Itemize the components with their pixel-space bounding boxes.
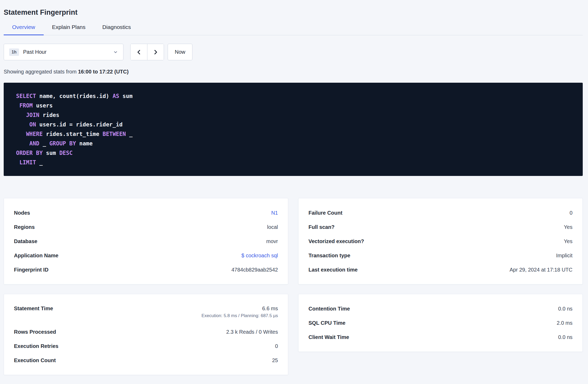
- sql-line: FROM users: [16, 101, 570, 110]
- summary-cards: Nodes N1 Regions local Database movr App…: [4, 198, 583, 375]
- statement-time-values: 6.6 ms Execution: 5.8 ms / Planning: 687…: [202, 306, 278, 318]
- stats-summary-prefix: Showing aggregated stats from: [4, 69, 78, 75]
- vectorized-execution-value: Yes: [564, 238, 572, 244]
- tab-explain-plans[interactable]: Explain Plans: [44, 24, 94, 35]
- row-nodes: Nodes N1: [4, 206, 288, 220]
- chevron-left-icon: [136, 49, 142, 55]
- row-label: Statement Time: [14, 306, 53, 312]
- sql-statement-box: SELECT name, count(rides.id) AS sum FROM…: [4, 83, 583, 176]
- execution-attributes-card: Failure Count 0 Full scan? Yes Vectorize…: [298, 198, 583, 284]
- row-label: SQL CPU Time: [308, 320, 345, 326]
- transaction-type-value: Implicit: [556, 253, 572, 259]
- chevron-right-icon: [153, 49, 158, 55]
- tab-diagnostics[interactable]: Diagnostics: [94, 24, 139, 35]
- application-name-link[interactable]: $ cockroach sql: [241, 253, 278, 259]
- sql-line: ON users.id = rides.rider_id: [16, 120, 570, 129]
- tab-bar: Overview Explain Plans Diagnostics: [4, 24, 583, 35]
- row-label: Rows Processed: [14, 329, 56, 335]
- wait-times-card: Contention Time 0.0 ns SQL CPU Time 2.0 …: [298, 294, 583, 352]
- time-arrow-group: [130, 44, 164, 60]
- full-scan-value: Yes: [564, 224, 572, 230]
- row-database: Database movr: [4, 234, 288, 248]
- row-label: Transaction type: [308, 253, 350, 259]
- row-execution-count: Execution Count 25: [4, 353, 288, 367]
- last-execution-time-value: Apr 29, 2024 at 17:18 UTC: [510, 267, 572, 273]
- execution-count-value: 25: [272, 357, 278, 363]
- chevron-down-icon: [113, 50, 118, 55]
- sql-line: JOIN rides: [16, 110, 570, 120]
- row-statement-time: Statement Time 6.6 ms Execution: 5.8 ms …: [4, 302, 288, 325]
- row-rows-processed: Rows Processed 2.3 k Reads / 0 Writes: [4, 325, 288, 339]
- row-label: Nodes: [14, 210, 30, 216]
- row-vectorized-execution: Vectorized execution? Yes: [298, 234, 582, 248]
- rows-processed-value: 2.3 k Reads / 0 Writes: [226, 329, 278, 335]
- row-label: Database: [14, 238, 37, 244]
- sql-line: WHERE rides.start_time BETWEEN _: [16, 129, 570, 139]
- database-value: movr: [266, 238, 278, 244]
- row-fingerprint-id: Fingerprint ID 4784cb829aab2542: [4, 263, 288, 277]
- sql-line: SELECT name, count(rides.id) AS sum: [16, 91, 570, 101]
- row-sql-cpu-time: SQL CPU Time 2.0 ms: [298, 316, 582, 330]
- statement-time-detail: Execution: 5.8 ms / Planning: 687.5 µs: [202, 313, 278, 318]
- row-label: Fingerprint ID: [14, 267, 48, 273]
- row-full-scan: Full scan? Yes: [298, 220, 582, 234]
- row-label: Execution Retries: [14, 343, 58, 349]
- next-time-button[interactable]: [147, 44, 164, 60]
- contention-time-value: 0.0 ns: [558, 306, 572, 312]
- nodes-link[interactable]: N1: [271, 210, 278, 216]
- page-title: Statement Fingerprint: [4, 8, 583, 17]
- regions-value: local: [267, 224, 278, 230]
- tab-overview[interactable]: Overview: [4, 24, 44, 35]
- execution-retries-value: 0: [275, 343, 278, 349]
- fingerprint-id-value: 4784cb829aab2542: [231, 267, 278, 273]
- row-regions: Regions local: [4, 220, 288, 234]
- prev-time-button[interactable]: [131, 44, 147, 60]
- stats-summary-range: 16:00 to 17:22 (UTC): [78, 69, 128, 75]
- time-controls: 1h Past Hour Now: [4, 44, 583, 60]
- sql-line: ORDER BY sum DESC: [16, 148, 570, 158]
- row-label: Contention Time: [308, 306, 350, 312]
- time-range-dropdown[interactable]: 1h Past Hour: [4, 44, 123, 60]
- row-label: Vectorized execution?: [308, 238, 364, 244]
- row-label: Last execution time: [308, 267, 358, 273]
- row-label: Full scan?: [308, 224, 335, 230]
- client-wait-time-value: 0.0 ns: [558, 334, 572, 340]
- statement-details-card: Nodes N1 Regions local Database movr App…: [4, 198, 288, 284]
- row-label: Application Name: [14, 253, 58, 259]
- row-failure-count: Failure Count 0: [298, 206, 582, 220]
- sql-line: LIMIT _: [16, 158, 570, 167]
- row-label: Regions: [14, 224, 35, 230]
- row-label: Failure Count: [308, 210, 342, 216]
- row-transaction-type: Transaction type Implicit: [298, 248, 582, 263]
- row-label: Execution Count: [14, 357, 56, 363]
- sql-cpu-time-value: 2.0 ms: [557, 320, 572, 326]
- failure-count-value: 0: [570, 210, 572, 216]
- time-range-badge: 1h: [9, 48, 19, 56]
- row-label: Client Wait Time: [308, 334, 349, 340]
- statement-timings-card: Statement Time 6.6 ms Execution: 5.8 ms …: [4, 294, 288, 375]
- row-client-wait-time: Client Wait Time 0.0 ns: [298, 330, 582, 344]
- row-application-name: Application Name $ cockroach sql: [4, 248, 288, 263]
- row-contention-time: Contention Time 0.0 ns: [298, 302, 582, 316]
- statement-fingerprint-page: Statement Fingerprint Overview Explain P…: [0, 0, 588, 375]
- aggregated-stats-summary: Showing aggregated stats from 16:00 to 1…: [4, 69, 583, 75]
- row-last-execution-time: Last execution time Apr 29, 2024 at 17:1…: [298, 263, 582, 277]
- sql-line: AND _ GROUP BY name: [16, 139, 570, 148]
- time-range-label: Past Hour: [23, 49, 47, 55]
- row-execution-retries: Execution Retries 0: [4, 339, 288, 353]
- statement-time-value: 6.6 ms: [262, 306, 278, 312]
- now-button[interactable]: Now: [168, 44, 192, 60]
